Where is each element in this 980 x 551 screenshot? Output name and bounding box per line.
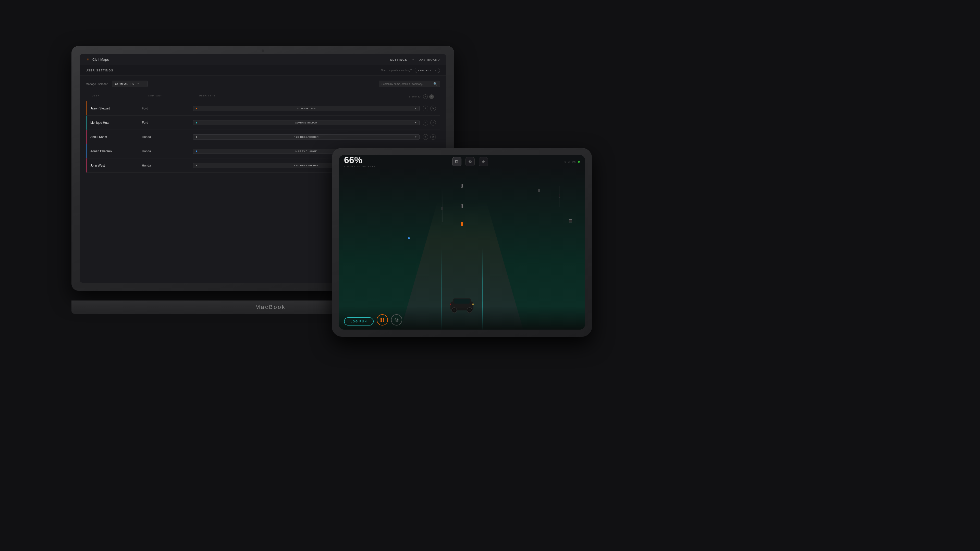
user-company: Ford (142, 121, 193, 124)
dropdown-arrow-icon: ▾ (138, 83, 139, 85)
svg-point-4 (469, 161, 471, 162)
edit-user-button[interactable]: ✎ (423, 106, 428, 111)
search-input[interactable] (382, 83, 431, 86)
user-company: Honda (142, 149, 193, 153)
gear-icon (468, 160, 472, 164)
role-dropdown-arrow-icon: ▾ (415, 107, 417, 110)
log-run-button[interactable]: LOG RUN (344, 318, 374, 326)
col-user-header: USER (92, 94, 148, 99)
tablet-settings-button[interactable] (391, 314, 402, 326)
help-text: Need help with something? (381, 69, 412, 72)
settings-link[interactable]: SETTINGS (390, 58, 407, 61)
table-row: Abdul Karim Honda R&D RESEARCHER ▾ ✎ ✕ (86, 130, 440, 144)
delete-user-button[interactable]: ✕ (430, 106, 436, 111)
status-area: STATUS (565, 160, 580, 163)
role-dropdown-arrow-icon: ▾ (415, 136, 417, 138)
svg-point-17 (395, 318, 398, 322)
next-page-button[interactable]: › (429, 94, 434, 99)
filter-row: Manage users for COMPANIES ▾ 🔍 (86, 81, 440, 87)
role-badge[interactable]: R&D RESEARCHER ▾ (193, 135, 420, 140)
user-company: Honda (142, 164, 193, 167)
svg-rect-9 (472, 303, 474, 305)
role-dot-icon (196, 108, 197, 109)
user-name: Adnan Chersnik (86, 149, 142, 153)
logo-text: Civil Maps (92, 58, 109, 62)
role-badge[interactable]: ADMINISTRATOR ▾ (193, 120, 420, 125)
tablet-topbar: 66% LOCALIZATION RATE (339, 155, 585, 168)
power-icon (481, 160, 485, 164)
col-user-type-header: USER TYPE (199, 94, 403, 99)
sensor-node (461, 204, 463, 208)
laptop-camera (262, 49, 264, 52)
svg-point-16 (396, 319, 398, 321)
tablet-bottom-bar: LOG RUN (339, 306, 585, 330)
user-settings-label: USER SETTINGS (86, 69, 113, 72)
svg-rect-10 (450, 303, 451, 305)
tablet-screen: 66% LOCALIZATION RATE (339, 155, 585, 330)
app-logo: Civil Maps (86, 57, 109, 62)
role-dropdown-arrow-icon: ▾ (415, 121, 417, 124)
localization-label: LOCALIZATION RATE (344, 165, 375, 168)
delete-user-button[interactable]: ✕ (430, 134, 436, 140)
status-label: STATUS (565, 160, 576, 163)
status-dot-icon (578, 161, 580, 163)
companies-dropdown[interactable]: COMPANIES ▾ (112, 81, 148, 87)
contact-us-button[interactable]: CONTACT US (415, 68, 440, 73)
cube-icon (455, 160, 459, 164)
sensor-right-line (539, 181, 539, 206)
svg-point-5 (469, 160, 472, 163)
drive-visualization: LOG RUN (339, 168, 585, 330)
settings-gear-icon (394, 318, 399, 322)
role-badge[interactable]: SUPER-ADMIN ▾ (193, 106, 420, 111)
user-name: John West (86, 164, 142, 167)
search-icon[interactable]: 🔍 (433, 82, 437, 86)
sensor-node (538, 189, 539, 192)
power-icon-button[interactable] (479, 157, 488, 166)
user-name: Jason Stewart (86, 106, 142, 110)
sensor-node (558, 194, 560, 197)
user-name: Monique Hua (86, 121, 142, 124)
cube-icon-button[interactable] (452, 157, 461, 166)
sensor-left-line (442, 189, 442, 222)
logo-icon (86, 57, 90, 62)
row-actions: ✎ ✕ (420, 120, 440, 125)
role-dot-icon (196, 122, 197, 124)
search-area: 🔍 (379, 81, 440, 87)
pagination-info: 1 - 50 of 324 ‹ › (403, 94, 434, 99)
row-accent-icon (86, 144, 86, 158)
role-dot-icon (196, 151, 197, 152)
localization-percent: 66% (344, 156, 375, 165)
edit-user-button[interactable]: ✎ (423, 120, 428, 125)
laptop-brand-label: MacBook (255, 304, 286, 310)
tablet-icons (452, 157, 488, 166)
row-actions: ✎ ✕ (420, 134, 440, 140)
row-actions: ✎ ✕ (420, 106, 440, 111)
svg-rect-8 (454, 299, 469, 303)
manage-label: Manage users for (86, 83, 108, 86)
table-row: Monique Hua Ford ADMINISTRATOR ▾ ✎ ✕ (86, 116, 440, 130)
app-subheader: USER SETTINGS Need help with something? … (80, 65, 446, 76)
delete-user-button[interactable]: ✕ (430, 120, 436, 125)
tablet-body: 66% LOCALIZATION RATE (332, 148, 592, 337)
map-marker (569, 219, 572, 222)
record-dots-icon (380, 318, 385, 322)
role-dot-icon (196, 165, 197, 166)
app-topbar: Civil Maps SETTINGS ▾ DASHBOARD (80, 54, 446, 65)
sensor-active-node (461, 222, 463, 226)
prev-page-button[interactable]: ‹ (423, 94, 428, 99)
dashboard-link[interactable]: DASHBOARD (419, 58, 440, 61)
settings-icon-button[interactable] (466, 157, 475, 166)
localization-stat: 66% LOCALIZATION RATE (344, 156, 375, 168)
edit-user-button[interactable]: ✎ (423, 134, 428, 140)
svg-point-1 (88, 59, 89, 59)
scene: Civil Maps SETTINGS ▾ DASHBOARD USER SET… (0, 0, 980, 551)
help-area: Need help with something? CONTACT US (381, 68, 440, 73)
map-dot (408, 237, 410, 239)
row-accent-icon (86, 116, 86, 130)
col-company-header: COMPANY (148, 94, 199, 99)
user-company: Honda (142, 135, 193, 139)
role-dot-icon (196, 136, 197, 138)
record-button[interactable] (377, 314, 388, 326)
table-header: USER COMPANY USER TYPE 1 - 50 of 324 ‹ › (86, 92, 440, 101)
row-accent-icon (86, 159, 86, 172)
